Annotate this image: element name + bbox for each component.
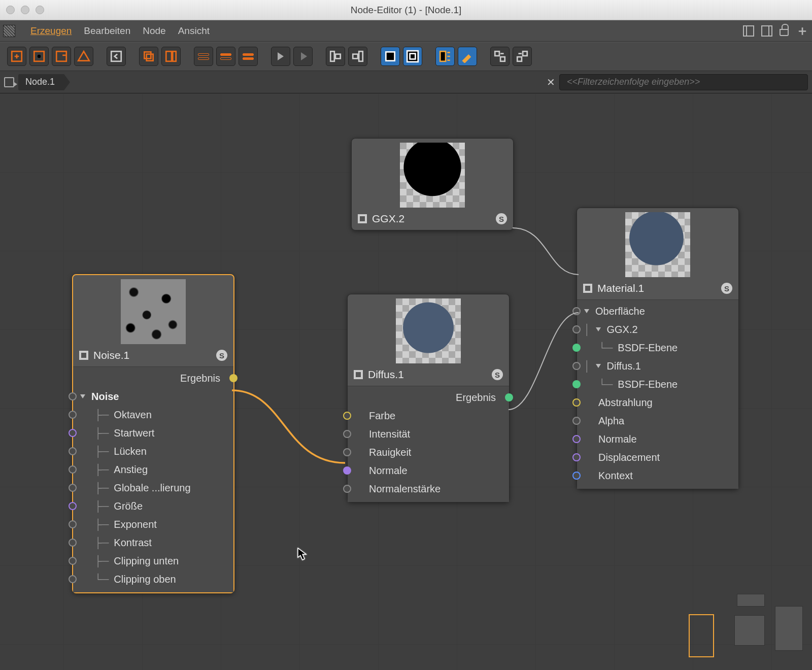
- noise-param-globalelierung[interactable]: ├─Globale ...lierung: [73, 479, 233, 497]
- material-bsdf1[interactable]: └─ BSDF-Ebene: [577, 339, 738, 357]
- tool-copy[interactable]: [139, 47, 158, 66]
- port[interactable]: [572, 453, 581, 461]
- noise-param-luecken[interactable]: ├─Lücken: [73, 442, 233, 460]
- noise-param-clipping-unten[interactable]: ├─Clipping unten: [73, 552, 233, 570]
- align-r[interactable]: [348, 47, 367, 66]
- swap-r[interactable]: [513, 47, 532, 66]
- diffus-in-normale[interactable]: Normale: [348, 461, 509, 480]
- lock-icon[interactable]: [780, 29, 789, 36]
- noise-param-kontrast[interactable]: ├─Kontrast: [73, 533, 233, 552]
- material-in-displacement[interactable]: Displacement: [577, 448, 738, 466]
- filter-clear-icon[interactable]: ✕: [547, 76, 555, 88]
- port[interactable]: [69, 447, 77, 455]
- port[interactable]: [572, 325, 581, 333]
- menu-bearbeiten[interactable]: Bearbeiten: [84, 25, 130, 37]
- play-2[interactable]: [293, 47, 313, 66]
- play-1[interactable]: [271, 47, 290, 66]
- frame-sel[interactable]: [381, 47, 400, 66]
- port[interactable]: [69, 484, 77, 492]
- menu-ansicht[interactable]: Ansicht: [178, 25, 210, 37]
- menu-node[interactable]: Node: [143, 25, 165, 37]
- layout-b-icon[interactable]: [761, 25, 772, 37]
- port-out-ergebnis[interactable]: [229, 374, 238, 382]
- port[interactable]: [343, 485, 351, 493]
- tool-group[interactable]: [29, 47, 49, 66]
- noise-param-anstieg[interactable]: ├─Anstieg: [73, 460, 233, 479]
- align-l[interactable]: [326, 47, 345, 66]
- material-ggx[interactable]: │ GGX.2: [577, 320, 738, 339]
- material-group-oberflaeche[interactable]: Oberfläche: [577, 302, 738, 320]
- tool-warn[interactable]: [74, 47, 93, 66]
- port[interactable]: [69, 520, 77, 528]
- layout-h2[interactable]: [216, 47, 235, 66]
- diffus-in-rauigkeit[interactable]: Rauigkeit: [348, 443, 509, 461]
- swap-l[interactable]: [490, 47, 510, 66]
- material-in-normale[interactable]: Normale: [577, 430, 738, 448]
- port[interactable]: [343, 448, 351, 456]
- node-canvas[interactable]: GGX.2 S Noise.1 S Ergebnis Noise ├─Oktav…: [0, 93, 812, 670]
- port[interactable]: [69, 539, 77, 547]
- noise-group[interactable]: Noise: [73, 387, 233, 406]
- material-diffus[interactable]: │ Diffus.1: [577, 357, 738, 375]
- diffus-in-farbe[interactable]: Farbe: [348, 407, 509, 425]
- minimap[interactable]: [681, 590, 803, 661]
- port[interactable]: [69, 557, 77, 565]
- noise-param-exponent[interactable]: ├─Exponent: [73, 515, 233, 533]
- port[interactable]: [69, 502, 77, 510]
- node-diffus1[interactable]: Diffus.1 S Ergebnis Farbe Intensität Rau…: [347, 294, 510, 502]
- port[interactable]: [572, 435, 581, 443]
- crumb-root-icon[interactable]: [4, 77, 14, 87]
- node-ggx2[interactable]: GGX.2 S: [351, 138, 514, 230]
- hatch-icon[interactable]: [3, 25, 15, 37]
- port[interactable]: [69, 429, 77, 437]
- port[interactable]: [343, 466, 351, 475]
- material-in-abstrahlung[interactable]: Abstrahlung: [577, 393, 738, 412]
- s-badge-icon[interactable]: S: [721, 283, 732, 294]
- port-out-ergebnis[interactable]: [505, 393, 513, 401]
- filter-input[interactable]: [559, 74, 808, 90]
- layout-h3[interactable]: [239, 47, 258, 66]
- frame-all[interactable]: [403, 47, 422, 66]
- port[interactable]: [572, 380, 581, 388]
- tool-new-node[interactable]: [7, 47, 26, 66]
- port[interactable]: [572, 417, 581, 425]
- noise-param-clipping-oben[interactable]: └─Clipping oben: [73, 570, 233, 588]
- svg-rect-19: [500, 57, 505, 61]
- plus-icon[interactable]: ＋: [796, 22, 809, 40]
- material-in-kontext[interactable]: Kontext: [577, 466, 738, 485]
- s-badge-icon[interactable]: S: [216, 350, 227, 361]
- menu-erzeugen[interactable]: Erzeugen: [30, 25, 72, 37]
- noise-param-startwert[interactable]: ├─Startwert: [73, 424, 233, 442]
- port[interactable]: [572, 344, 581, 352]
- material-in-alpha[interactable]: Alpha: [577, 412, 738, 430]
- port-group[interactable]: [69, 392, 77, 400]
- noise-output-row[interactable]: Ergebnis: [73, 369, 233, 387]
- inputs-toggle[interactable]: [435, 47, 455, 66]
- port[interactable]: [572, 398, 581, 407]
- port[interactable]: [572, 472, 581, 480]
- tool-cut[interactable]: [161, 47, 181, 66]
- s-badge-icon[interactable]: S: [496, 213, 507, 224]
- tool-ungroup[interactable]: [52, 47, 71, 66]
- diffus-output-row[interactable]: Ergebnis: [348, 388, 509, 407]
- node-material1[interactable]: Material.1 S Oberfläche │ GGX.2 └─ BSDF-…: [577, 208, 739, 489]
- port[interactable]: [572, 362, 581, 370]
- port[interactable]: [343, 412, 351, 420]
- diffus-in-intensitaet[interactable]: Intensität: [348, 425, 509, 443]
- breadcrumb[interactable]: Node.1: [18, 74, 64, 90]
- port[interactable]: [69, 575, 77, 583]
- noise-param-groesse[interactable]: ├─Größe: [73, 497, 233, 515]
- port[interactable]: [69, 465, 77, 474]
- tool-back[interactable]: [107, 47, 126, 66]
- picker-toggle[interactable]: [458, 47, 477, 66]
- layout-a-icon[interactable]: [743, 25, 754, 37]
- diffus-in-normalenstaerke[interactable]: Normalenstärke: [348, 480, 509, 498]
- port[interactable]: [572, 307, 581, 315]
- material-bsdf2[interactable]: └─ BSDF-Ebene: [577, 375, 738, 393]
- port[interactable]: [343, 430, 351, 438]
- noise-param-oktaven[interactable]: ├─Oktaven: [73, 406, 233, 424]
- port[interactable]: [69, 411, 77, 419]
- layout-h1[interactable]: [194, 47, 213, 66]
- node-noise1[interactable]: Noise.1 S Ergebnis Noise ├─Oktaven ├─Sta…: [72, 274, 234, 593]
- s-badge-icon[interactable]: S: [492, 369, 503, 380]
